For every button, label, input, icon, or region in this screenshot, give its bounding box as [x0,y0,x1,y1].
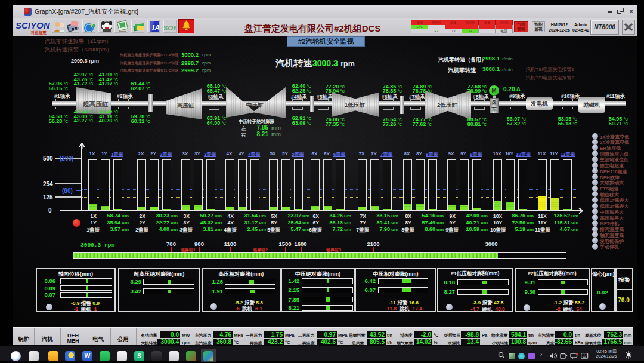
svg-text:SOB: SOB [164,24,177,32]
